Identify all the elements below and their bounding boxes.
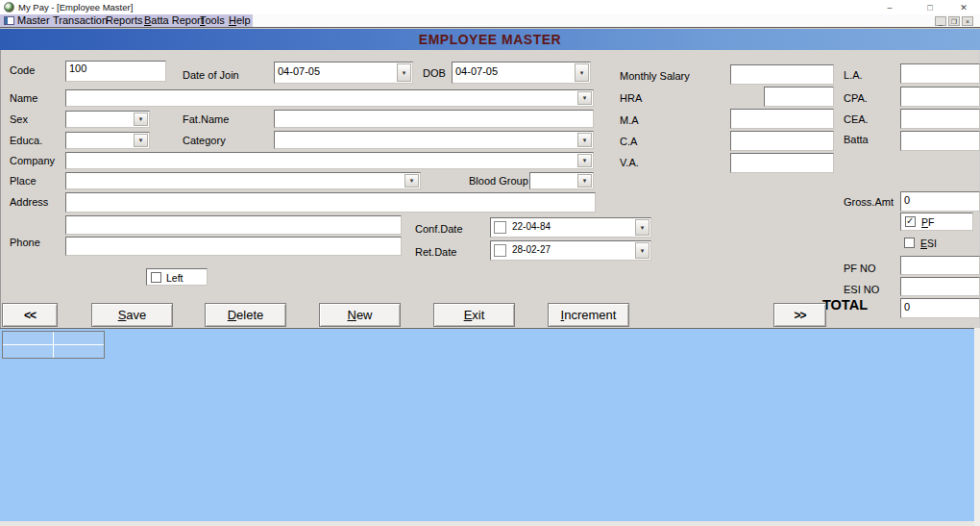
address-input[interactable]: [65, 192, 596, 213]
next-record-button[interactable]: >>: [773, 303, 826, 327]
va-input[interactable]: [730, 153, 834, 173]
app-icon: [4, 2, 14, 13]
check-icon: ✓: [906, 215, 914, 226]
chevron-down-icon[interactable]: ▾: [397, 63, 411, 82]
menu-item-batta-report[interactable]: Batta Report: [144, 14, 204, 27]
category-combobox[interactable]: ▾: [274, 131, 594, 149]
exit-button[interactable]: Exit: [433, 303, 515, 327]
chevron-down-icon[interactable]: ▾: [575, 63, 589, 82]
code-label: Code: [10, 64, 35, 76]
left-checkbox-label: Left: [166, 272, 184, 284]
mdi-form-icon: [4, 16, 14, 25]
delete-button[interactable]: Delete: [205, 303, 286, 327]
menu-item-transaction[interactable]: Transaction: [53, 14, 108, 27]
batta-label: Batta: [844, 134, 869, 145]
chevron-down-icon[interactable]: ▾: [577, 91, 592, 105]
cea-label: CEA.: [844, 113, 869, 125]
ca-label: C.A: [620, 136, 637, 147]
chevron-down-icon[interactable]: ▾: [577, 174, 592, 188]
employee-grid[interactable]: [0, 328, 974, 521]
company-label: Company: [10, 155, 55, 166]
menu-item-tools[interactable]: Tools: [200, 14, 225, 27]
total-label: TOTAL: [822, 297, 868, 313]
chevron-down-icon[interactable]: ▾: [577, 133, 592, 147]
window-bottom-border: [0, 521, 974, 526]
fat-name-input[interactable]: [274, 110, 594, 128]
name-label: Name: [10, 92, 37, 104]
batta-input[interactable]: [900, 131, 980, 151]
chevron-down-icon[interactable]: ▾: [577, 154, 592, 167]
gross-amt-value: 0: [904, 194, 910, 206]
grid-cell[interactable]: [54, 345, 104, 358]
sex-combobox[interactable]: ▾: [65, 111, 150, 128]
date-of-join-label: Date of Join: [183, 69, 239, 81]
ret-date-checkbox[interactable]: [494, 244, 506, 257]
name-combobox[interactable]: ▾: [65, 89, 594, 107]
close-icon[interactable]: ✕: [950, 0, 977, 14]
phone-input-line2[interactable]: [65, 237, 402, 256]
pf-no-input[interactable]: [900, 256, 980, 275]
fat-name-label: Fat.Name: [183, 113, 229, 125]
ret-date-label: Ret.Date: [415, 246, 456, 258]
conf-date-checkbox[interactable]: [494, 221, 506, 234]
code-value: 100: [69, 63, 86, 74]
mdi-restore-icon[interactable]: ❐: [948, 16, 960, 26]
chevron-down-icon[interactable]: ▾: [134, 113, 148, 126]
hra-input[interactable]: [764, 87, 834, 107]
dob-label: DOB: [423, 67, 446, 79]
dob-combobox[interactable]: 04-07-05 ▾: [452, 62, 591, 84]
code-input[interactable]: 100: [65, 61, 166, 82]
esi-no-input[interactable]: [900, 277, 980, 296]
la-label: L.A.: [844, 69, 863, 81]
menu-item-reports[interactable]: Reports: [106, 14, 143, 27]
left-checkbox[interactable]: [151, 272, 161, 283]
ma-label: M.A: [620, 114, 639, 126]
ma-input[interactable]: [730, 109, 834, 129]
blood-group-combobox[interactable]: ▾: [529, 172, 594, 189]
gross-amt-input[interactable]: 0: [900, 191, 980, 212]
total-input[interactable]: 0: [900, 298, 980, 318]
increment-button[interactable]: Increment: [548, 303, 629, 327]
left-checkbox-panel: Left: [146, 268, 208, 286]
address-label: Address: [10, 196, 48, 208]
monthly-salary-input[interactable]: [730, 64, 834, 85]
place-combobox[interactable]: ▾: [65, 172, 421, 189]
company-combobox[interactable]: ▾: [65, 152, 594, 169]
educa-combobox[interactable]: ▾: [65, 132, 150, 149]
menu-bar: Master Transaction Reports Batta Report …: [0, 14, 980, 28]
chevron-down-icon[interactable]: ▾: [134, 134, 148, 147]
ret-date-picker[interactable]: 28-02-27 ▾: [490, 240, 651, 261]
hra-label: HRA: [620, 92, 642, 104]
save-button[interactable]: Save: [91, 303, 173, 327]
category-label: Category: [183, 135, 226, 146]
pf-checkbox[interactable]: ✓: [905, 216, 916, 227]
date-of-join-value: 04-07-05: [278, 65, 320, 77]
menu-item-help[interactable]: Help: [229, 14, 251, 27]
page-title: EMPLOYEE MASTER: [419, 32, 561, 47]
pf-no-label: PF NO: [844, 263, 876, 274]
date-of-join-combobox[interactable]: 04-07-05 ▾: [274, 62, 413, 84]
cpa-input[interactable]: [900, 87, 980, 107]
window-right-border: [974, 328, 980, 526]
grid-cell[interactable]: [3, 332, 53, 344]
chevron-down-icon[interactable]: ▾: [635, 242, 649, 259]
chevron-down-icon[interactable]: ▾: [635, 219, 649, 236]
conf-date-picker[interactable]: 22-04-84 ▾: [490, 217, 651, 238]
grid-cell[interactable]: [3, 345, 53, 358]
chevron-down-icon[interactable]: ▾: [404, 174, 419, 188]
previous-record-button[interactable]: <<: [2, 303, 58, 327]
new-button[interactable]: New: [319, 303, 401, 327]
mdi-minimize-icon[interactable]: _: [935, 16, 946, 26]
la-input[interactable]: [900, 63, 980, 84]
menu-item-master[interactable]: Master: [17, 14, 50, 27]
educa-label: Educa.: [10, 135, 42, 146]
grid-cell[interactable]: [54, 332, 104, 344]
cea-input[interactable]: [900, 109, 980, 129]
phone-input-line1[interactable]: [65, 215, 402, 235]
pf-checkbox-panel: ✓ PF: [900, 213, 973, 231]
esi-checkbox[interactable]: [904, 238, 915, 248]
maximize-icon[interactable]: □: [917, 0, 943, 14]
minimize-icon[interactable]: –: [876, 0, 903, 14]
mdi-close-icon[interactable]: ×: [962, 16, 973, 26]
ca-input[interactable]: [730, 131, 834, 151]
